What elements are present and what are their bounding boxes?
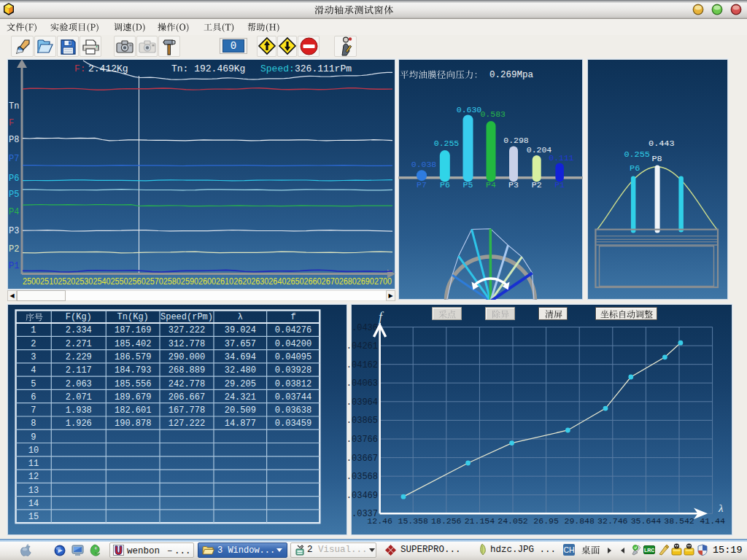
svg-text:127.222: 127.222 (169, 419, 205, 429)
svg-text:26.95: 26.95 (533, 516, 559, 526)
svg-text:P8: P8 (9, 135, 19, 145)
svg-text:32.480: 32.480 (225, 365, 256, 376)
svg-text:0.111: 0.111 (549, 153, 574, 163)
svg-text:.04063: .04063 (347, 378, 378, 389)
svg-text:167.778: 167.778 (169, 405, 205, 416)
svg-text:.03568: .03568 (347, 472, 378, 482)
svg-text:182.601: 182.601 (115, 405, 151, 416)
svg-text:0.443: 0.443 (649, 139, 674, 149)
svg-text:39.024: 39.024 (225, 325, 256, 335)
svg-text:P6: P6 (9, 174, 19, 184)
svg-text:0.038: 0.038 (411, 160, 437, 169)
svg-text:24.052: 24.052 (498, 516, 528, 526)
svg-text:2.117: 2.117 (66, 365, 92, 376)
svg-text:f: f (290, 312, 295, 322)
svg-text:2: 2 (31, 339, 36, 349)
svg-text:184.793: 184.793 (115, 365, 151, 376)
svg-text:.03469: .03469 (347, 491, 378, 501)
svg-text:1.926: 1.926 (66, 419, 92, 429)
svg-text:327.222: 327.222 (169, 325, 205, 335)
svg-text:268.889: 268.889 (169, 365, 205, 376)
svg-text:P6: P6 (440, 180, 450, 190)
svg-text:14.877: 14.877 (225, 419, 256, 429)
svg-text:29.205: 29.205 (225, 379, 256, 389)
svg-text:0.255: 0.255 (434, 139, 460, 148)
svg-text:187.169: 187.169 (115, 325, 151, 335)
svg-text:5: 5 (31, 379, 36, 389)
svg-text:0.04276: 0.04276 (275, 325, 311, 335)
svg-text:P5: P5 (9, 190, 19, 200)
svg-text:38.542: 38.542 (664, 516, 694, 526)
svg-text:.03964: .03964 (347, 397, 378, 408)
svg-text:P5: P5 (463, 180, 473, 190)
svg-text:P4: P4 (486, 180, 496, 190)
svg-text:1.938: 1.938 (66, 405, 92, 416)
svg-text:2.071: 2.071 (66, 392, 92, 402)
svg-text:Tn: 192.469Kg: Tn: 192.469Kg (171, 63, 245, 74)
svg-text:0.630: 0.630 (457, 105, 482, 114)
svg-text:11: 11 (28, 459, 39, 469)
svg-text:29.848: 29.848 (564, 516, 595, 526)
svg-text:0.03812: 0.03812 (275, 379, 311, 389)
svg-text:206.667: 206.667 (169, 392, 205, 402)
svg-text:0.583: 0.583 (480, 109, 506, 119)
svg-text:0.04200: 0.04200 (275, 339, 311, 349)
svg-text:Speed(rPm): Speed(rPm) (160, 312, 213, 322)
svg-text:312.778: 312.778 (169, 339, 205, 349)
svg-text:34.694: 34.694 (225, 352, 256, 362)
svg-text:41.44: 41.44 (700, 516, 725, 526)
svg-text:P3: P3 (9, 226, 19, 236)
svg-text:Tn: Tn (9, 101, 19, 112)
svg-text:P8: P8 (651, 154, 662, 164)
svg-text:P7: P7 (9, 154, 19, 164)
svg-text:P6: P6 (630, 163, 640, 174)
svg-text:24.321: 24.321 (225, 392, 256, 402)
svg-text:P2: P2 (9, 244, 19, 254)
svg-text:326.111rPm: 326.111rPm (295, 63, 352, 74)
svg-text:2.063: 2.063 (66, 379, 92, 389)
svg-text:2.271: 2.271 (66, 339, 92, 349)
svg-text:f: f (379, 310, 384, 324)
svg-text:2.229: 2.229 (66, 352, 92, 362)
svg-text:F: F (9, 118, 14, 128)
svg-text:.03865: .03865 (347, 416, 378, 426)
svg-text:λ: λ (718, 502, 724, 514)
svg-text:0.03638: 0.03638 (275, 405, 311, 416)
svg-text:250025102520253025402550256025: 2500251025202530254025502560257025802590… (23, 276, 392, 287)
svg-text:290.000: 290.000 (169, 352, 205, 362)
svg-text:P1: P1 (9, 261, 19, 271)
svg-text:32.746: 32.746 (597, 516, 628, 526)
svg-text:185.556: 185.556 (115, 379, 151, 389)
svg-text:2.412Kg: 2.412Kg (88, 63, 128, 74)
svg-text:7: 7 (31, 405, 36, 416)
svg-text:P1: P1 (554, 180, 565, 190)
svg-text:186.579: 186.579 (115, 352, 151, 362)
svg-text:14: 14 (28, 499, 39, 509)
svg-text:.03667: .03667 (347, 454, 378, 464)
svg-text:12: 12 (28, 472, 39, 482)
svg-text:.0436: .0436 (352, 323, 378, 333)
svg-text:Speed:: Speed: (260, 63, 295, 74)
svg-text:0.03744: 0.03744 (275, 392, 311, 402)
svg-text:F(Kg): F(Kg) (66, 312, 92, 322)
svg-text:9: 9 (31, 432, 36, 443)
svg-text:13: 13 (28, 486, 39, 496)
svg-text:λ: λ (238, 312, 243, 322)
svg-text:21.154: 21.154 (465, 516, 495, 526)
svg-text:Tn(Kg): Tn(Kg) (117, 312, 149, 322)
svg-text:190.878: 190.878 (115, 419, 151, 429)
svg-text:P3: P3 (508, 180, 519, 190)
svg-text:4: 4 (31, 365, 36, 376)
svg-text:15.358: 15.358 (398, 516, 428, 526)
svg-text:3: 3 (31, 352, 36, 362)
svg-text:0.03459: 0.03459 (275, 419, 311, 429)
svg-text:P7: P7 (417, 180, 427, 190)
svg-text:37.657: 37.657 (225, 339, 256, 349)
svg-text:18.256: 18.256 (431, 516, 462, 526)
svg-text:185.402: 185.402 (115, 339, 151, 349)
svg-text:10: 10 (28, 446, 39, 456)
svg-text:0.204: 0.204 (527, 145, 552, 155)
svg-text:1: 1 (31, 325, 36, 335)
svg-text:F:: F: (74, 63, 86, 74)
svg-text:6: 6 (31, 392, 36, 402)
